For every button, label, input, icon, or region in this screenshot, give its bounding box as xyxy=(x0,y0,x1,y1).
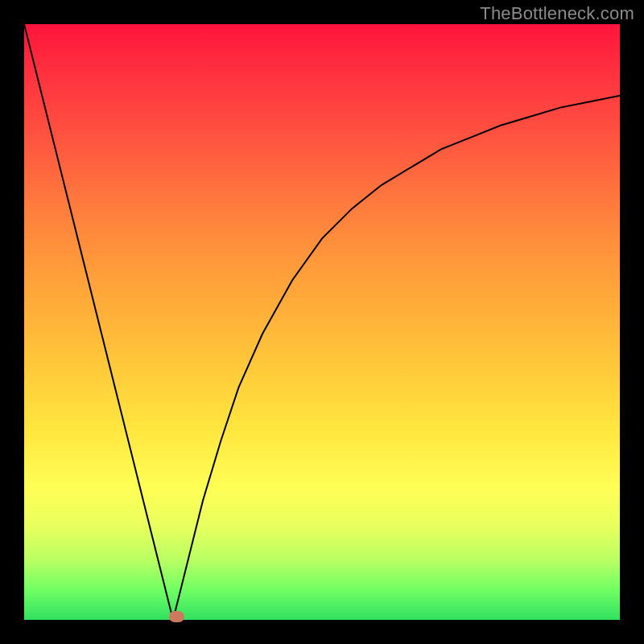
curve-svg xyxy=(24,24,620,620)
chart-frame: TheBottleneck.com xyxy=(0,0,644,644)
min-marker xyxy=(169,611,184,622)
curve-path xyxy=(24,24,620,620)
attribution-text: TheBottleneck.com xyxy=(480,3,634,24)
